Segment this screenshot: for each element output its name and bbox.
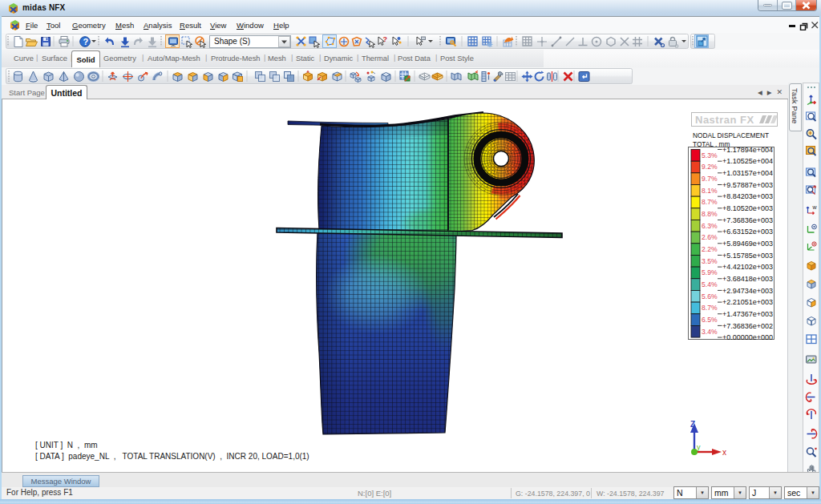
svg-text:5.3%: 5.3%	[702, 151, 718, 159]
svg-text:+2.94734e+003: +2.94734e+003	[722, 287, 773, 295]
svg-text:8.7%: 8.7%	[702, 198, 718, 206]
svg-text:y: y	[697, 443, 701, 451]
svg-text:+7.36836e+002: +7.36836e+002	[722, 322, 773, 330]
svg-text:6.5%: 6.5%	[702, 316, 718, 324]
svg-text:+1.47367e+003: +1.47367e+003	[722, 310, 773, 318]
svg-text:+8.10520e+003: +8.10520e+003	[722, 204, 773, 212]
svg-text:8.1%: 8.1%	[702, 187, 718, 195]
svg-text:5.9%: 5.9%	[702, 268, 718, 276]
svg-text:3.5%: 3.5%	[702, 257, 718, 265]
svg-text:Shape (S): Shape (S)	[214, 37, 250, 46]
svg-text:8.8%: 8.8%	[702, 210, 718, 218]
svg-text:5.6%: 5.6%	[702, 292, 718, 300]
svg-text:+5.15785e+003: +5.15785e+003	[722, 252, 773, 260]
svg-text:+1.17894e+004: +1.17894e+004	[722, 147, 773, 154]
svg-text:+0.00000e+000: +0.00000e+000	[722, 333, 773, 341]
svg-text:+2.21051e+003: +2.21051e+003	[722, 298, 773, 306]
svg-text:+5.89469e+003: +5.89469e+003	[722, 240, 773, 248]
svg-text:x: x	[722, 448, 726, 457]
svg-text:3.4%: 3.4%	[702, 328, 718, 336]
svg-text:+3.68418e+003: +3.68418e+003	[722, 275, 773, 283]
svg-text:+8.84203e+003: +8.84203e+003	[722, 192, 773, 200]
svg-text:Z: Z	[690, 420, 695, 429]
svg-text:8.7%: 8.7%	[702, 304, 718, 312]
svg-text:2.6%: 2.6%	[702, 233, 718, 241]
svg-text:+9.57887e+003: +9.57887e+003	[722, 181, 773, 189]
svg-text:2.2%: 2.2%	[702, 245, 718, 253]
svg-text:5.4%: 5.4%	[702, 280, 718, 288]
svg-text:6.3%: 6.3%	[702, 222, 718, 230]
svg-text:9.2%: 9.2%	[702, 163, 718, 171]
svg-text:9.7%: 9.7%	[702, 175, 718, 183]
svg-text:+1.03157e+004: +1.03157e+004	[722, 169, 773, 177]
svg-text:+6.63152e+003: +6.63152e+003	[722, 228, 773, 236]
svg-text:+7.36836e+003: +7.36836e+003	[722, 216, 773, 224]
svg-text:+4.42102e+003: +4.42102e+003	[722, 263, 773, 271]
svg-text:+1.10525e+004: +1.10525e+004	[722, 157, 773, 165]
